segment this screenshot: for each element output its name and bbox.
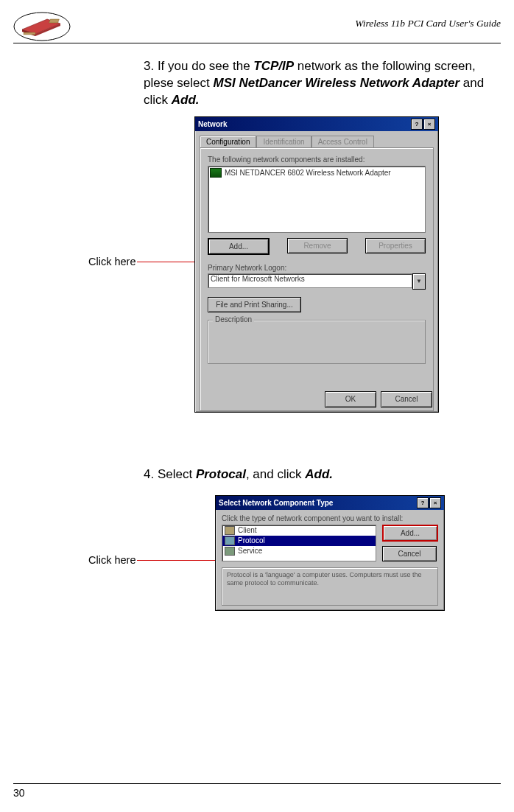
network-titlebar: Network ? × — [195, 117, 438, 131]
component-titlebar: Select Network Component Type ? × — [216, 496, 444, 510]
close-button[interactable]: × — [429, 497, 441, 508]
properties-button[interactable]: Properties — [365, 238, 426, 253]
component-dialog-region: Click here Select Network Component Type… — [0, 495, 514, 628]
help-button[interactable]: ? — [411, 119, 423, 130]
component-buttons: Add... Cancel — [382, 525, 438, 561]
installed-label: The following network components are ins… — [208, 155, 426, 164]
button-row: Add... Remove Properties — [208, 238, 426, 255]
tabs: Configuration Identification Access Cont… — [200, 136, 434, 147]
step4-text: 4. Select Protocal, and click Add. — [144, 466, 501, 483]
components-listbox[interactable]: MSI NETDANCER 6802 Wireless Network Adap… — [208, 166, 426, 233]
component-description: Protocol is a 'language' a computer uses… — [222, 567, 438, 606]
add-button[interactable]: Add... — [208, 238, 270, 255]
file-print-row: File and Print Sharing... — [208, 297, 426, 312]
step3-add: Add. — [172, 93, 200, 107]
cancel-button[interactable]: Cancel — [381, 391, 432, 407]
close-button[interactable]: × — [423, 119, 435, 130]
step4-add: Add. — [305, 467, 333, 481]
header-title: Wireless 11b PCI Card User's Guide — [355, 18, 501, 29]
protocol-icon — [225, 536, 235, 545]
tab-configuration[interactable]: Configuration — [200, 136, 256, 147]
step3-prefix: 3. If you do see the — [144, 59, 253, 73]
step3-adapter: MSI NetDancer Wireless Network Adapter — [214, 76, 460, 90]
component-list[interactable]: Client Protocol Service — [222, 525, 376, 561]
component-dialog: Select Network Component Type ? × Click … — [215, 495, 445, 611]
adapter-icon — [210, 168, 222, 178]
service-label: Service — [238, 547, 262, 555]
step4-prefix: 4. Select — [144, 467, 196, 481]
step4-mid: , and click — [246, 467, 305, 481]
list-item[interactable]: MSI NETDANCER 6802 Wireless Network Adap… — [210, 168, 423, 178]
page-number: 30 — [13, 783, 501, 799]
network-dialog: Network ? × Configuration Identification… — [194, 116, 439, 413]
client-label: Client — [238, 526, 257, 534]
ok-cancel-row: OK Cancel — [325, 391, 432, 407]
component-add-button[interactable]: Add... — [382, 525, 438, 542]
component-cancel-button[interactable]: Cancel — [382, 546, 437, 561]
chevron-down-icon[interactable]: ▼ — [412, 273, 426, 290]
list-item-label: MSI NETDANCER 6802 Wireless Network Adap… — [225, 169, 391, 177]
primary-logon-label: Primary Network Logon: — [208, 264, 426, 272]
service-icon — [225, 547, 235, 556]
tab-identification[interactable]: Identification — [256, 136, 311, 147]
component-body: Client Protocol Service Add... Cancel — [216, 525, 444, 561]
primary-logon-value: Client for Microsoft Networks — [208, 273, 412, 288]
svg-rect-4 — [49, 19, 60, 23]
client-icon — [225, 526, 235, 535]
step4-protocol: Protocal — [196, 467, 246, 481]
list-item-client[interactable]: Client — [222, 525, 376, 536]
primary-logon-combo[interactable]: Client for Microsoft Networks ▼ — [208, 273, 426, 290]
tab-panel: The following network components are ins… — [200, 147, 434, 411]
step3-tcpip: TCP/IP — [253, 59, 294, 73]
ok-button[interactable]: OK — [325, 391, 376, 407]
network-title: Network — [198, 120, 227, 128]
page-header: Wireless 11b PCI Card User's Guide — [13, 13, 501, 43]
component-prompt: Click the type of network component you … — [222, 514, 438, 522]
description-label: Description — [213, 315, 254, 323]
titlebar-controls: ? × — [411, 119, 435, 130]
svg-rect-5 — [24, 32, 35, 35]
list-item-protocol[interactable]: Protocol — [222, 536, 376, 546]
component-title: Select Network Component Type — [219, 499, 333, 507]
titlebar-controls: ? × — [417, 497, 441, 508]
step3-text: 3. If you do see the TCP/IP network as t… — [144, 58, 501, 109]
protocol-label: Protocol — [238, 536, 265, 545]
help-button[interactable]: ? — [417, 497, 429, 508]
description-group: Description — [208, 320, 426, 364]
pci-card-icon — [13, 12, 71, 41]
remove-button[interactable]: Remove — [287, 238, 348, 253]
network-dialog-region: Click here Network ? × Configuration Ide… — [0, 116, 514, 433]
click-here-label-1: Click here — [88, 256, 135, 267]
list-item-service[interactable]: Service — [222, 546, 376, 556]
click-here-label-2: Click here — [88, 554, 135, 566]
file-print-sharing-button[interactable]: File and Print Sharing... — [208, 297, 301, 312]
tab-access-control[interactable]: Access Control — [311, 136, 374, 147]
